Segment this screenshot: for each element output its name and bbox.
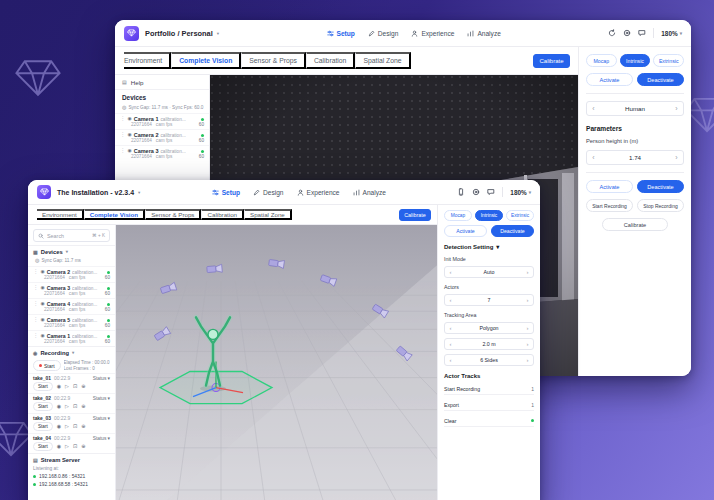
- stepper-prev-icon[interactable]: ‹: [587, 105, 600, 112]
- export-icon[interactable]: ⊡: [73, 444, 77, 449]
- camera-list-item[interactable]: ⋮ ◉ Camera 3 calibration... 22071664 cam…: [28, 282, 115, 298]
- record-button[interactable]: [623, 29, 631, 37]
- stepper-next-icon[interactable]: ›: [670, 105, 683, 112]
- camera-list-item[interactable]: ⋮ ◉ Camera 4 calibration... 22071664 cam…: [28, 298, 115, 314]
- intrinsic-button[interactable]: Intrinsic: [620, 54, 651, 67]
- start-recording-button[interactable]: Start Recording: [586, 199, 633, 212]
- chat-button[interactable]: [487, 188, 495, 196]
- deactivate-button[interactable]: Deactivate: [637, 73, 684, 86]
- drag-handle-icon[interactable]: ⋮: [120, 148, 126, 154]
- track-start-recording[interactable]: Start Recording 1: [444, 383, 534, 395]
- drag-handle-icon[interactable]: ⋮: [33, 269, 39, 275]
- track-export[interactable]: Export 1: [444, 399, 534, 411]
- stepper-next-icon[interactable]: ›: [522, 297, 533, 303]
- drag-handle-icon[interactable]: ⋮: [33, 333, 39, 339]
- nav-experience[interactable]: Experience: [297, 189, 340, 196]
- camera-list-item[interactable]: ⋮ ◉ Camera 1 calibration... 22071664 cam…: [28, 330, 115, 346]
- tab-sensor-props[interactable]: Sensor & Props: [145, 209, 201, 220]
- play-icon[interactable]: ▷: [65, 444, 69, 449]
- tab-spatial-zone[interactable]: Spatial Zone: [244, 209, 292, 220]
- nav-design[interactable]: Design: [368, 30, 399, 37]
- play-icon[interactable]: ▷: [65, 404, 69, 409]
- nav-analyze[interactable]: Analyze: [467, 30, 500, 37]
- search-box[interactable]: ⌘ + K: [33, 229, 110, 242]
- record-icon[interactable]: ◉: [57, 384, 61, 389]
- start-button[interactable]: Start: [33, 360, 61, 371]
- play-icon[interactable]: ▷: [65, 384, 69, 389]
- stepper-next-icon[interactable]: ›: [670, 154, 683, 161]
- activate-button[interactable]: Activate: [586, 73, 633, 86]
- project-title[interactable]: Portfolio / Personal: [145, 29, 213, 38]
- record-icon[interactable]: ◉: [57, 424, 61, 429]
- tab-complete-vision[interactable]: Complete Vision: [171, 52, 241, 68]
- extrinsic-button[interactable]: Extrinsic: [506, 210, 534, 221]
- refresh-button[interactable]: [608, 29, 616, 37]
- activate-button-2[interactable]: Activate: [586, 180, 633, 193]
- stepper-prev-icon[interactable]: ‹: [445, 357, 456, 363]
- camera-list-item[interactable]: ⋮ ◉ Camera 3 calibration... 22071664 cam…: [115, 145, 209, 161]
- camera-list-item[interactable]: ⋮ ◉ Camera 2 calibration... 22071664 cam…: [28, 266, 115, 282]
- take-status[interactable]: Status▾: [93, 415, 110, 421]
- tab-environment[interactable]: Environment: [124, 52, 171, 68]
- drag-handle-icon[interactable]: ⋮: [33, 301, 39, 307]
- nav-design[interactable]: Design: [253, 189, 284, 196]
- take-item[interactable]: take_01 00:22.9 Status▾ Start ◉ ▷ ⊡ ⊕: [28, 373, 115, 393]
- add-icon[interactable]: ⊕: [81, 384, 85, 389]
- stepper-next-icon[interactable]: ›: [522, 341, 533, 347]
- mocap-button[interactable]: Mocap: [586, 54, 617, 67]
- search-input[interactable]: [47, 233, 89, 239]
- take-start-button[interactable]: Start: [33, 442, 53, 451]
- intrinsic-button[interactable]: Intrinsic: [475, 210, 503, 221]
- stop-recording-button[interactable]: Stop Recording: [637, 199, 684, 212]
- stepper-prev-icon[interactable]: ‹: [445, 325, 456, 331]
- help-row[interactable]: ▤ Help: [115, 75, 209, 90]
- take-start-button[interactable]: Start: [33, 382, 53, 391]
- chevron-down-icon[interactable]: ▾: [217, 31, 219, 36]
- stepper-next-icon[interactable]: ›: [522, 269, 533, 275]
- camera-list-item[interactable]: ⋮ ◉ Camera 2 calibration... 22071664 cam…: [115, 129, 209, 145]
- take-status[interactable]: Status▾: [93, 435, 110, 441]
- stepper-prev-icon[interactable]: ‹: [445, 269, 456, 275]
- record-button[interactable]: [472, 188, 480, 196]
- mocap-button[interactable]: Mocap: [444, 210, 472, 221]
- detection-setting-header[interactable]: Detection Setting ▾: [444, 243, 534, 250]
- tab-calibration[interactable]: Calibration: [201, 209, 244, 220]
- calibrate-button[interactable]: Calibrate: [399, 209, 431, 221]
- export-icon[interactable]: ⊡: [73, 404, 77, 409]
- stream-server-header[interactable]: ▤ Stream Server: [28, 453, 115, 465]
- stepper-prev-icon[interactable]: ‹: [445, 341, 456, 347]
- take-status[interactable]: Status▾: [93, 375, 110, 381]
- calibrate-button-panel[interactable]: Calibrate: [602, 218, 668, 231]
- deactivate-button-2[interactable]: Deactivate: [637, 180, 684, 193]
- device-button[interactable]: [457, 188, 465, 196]
- export-icon[interactable]: ⊡: [73, 384, 77, 389]
- add-icon[interactable]: ⊕: [81, 444, 85, 449]
- zoom-control[interactable]: 180%▾: [510, 189, 531, 196]
- track-clear[interactable]: Clear: [444, 415, 534, 427]
- devices-header[interactable]: Devices: [115, 90, 209, 104]
- take-start-button[interactable]: Start: [33, 402, 53, 411]
- project-title[interactable]: The Installation - v2.3.4: [57, 189, 134, 196]
- activate-button[interactable]: Activate: [444, 225, 487, 237]
- tab-spatial-zone[interactable]: Spatial Zone: [355, 52, 410, 68]
- take-start-button[interactable]: Start: [33, 422, 53, 431]
- drag-handle-icon[interactable]: ⋮: [120, 132, 126, 138]
- take-status[interactable]: Status▾: [93, 395, 110, 401]
- stepper-prev-icon[interactable]: ‹: [445, 297, 456, 303]
- export-icon[interactable]: ⊡: [73, 424, 77, 429]
- app-logo[interactable]: [124, 26, 139, 41]
- app-logo[interactable]: [37, 185, 51, 199]
- nav-setup[interactable]: Setup: [327, 30, 355, 37]
- calibrate-button[interactable]: Calibrate: [533, 54, 570, 68]
- take-item[interactable]: take_04 00:22.9 Status▾ Start ◉ ▷ ⊡ ⊕: [28, 433, 115, 453]
- nav-experience[interactable]: Experience: [411, 30, 454, 37]
- camera-list-item[interactable]: ⋮ ◉ Camera 1 calibration... 22071664 cam…: [115, 113, 209, 129]
- extrinsic-button[interactable]: Extrinsic: [653, 54, 684, 67]
- chat-button[interactable]: [638, 29, 646, 37]
- drag-handle-icon[interactable]: ⋮: [33, 317, 39, 323]
- viewport-3d[interactable]: [116, 225, 437, 500]
- nav-setup[interactable]: Setup: [212, 189, 240, 196]
- recording-header[interactable]: ◉ Recording ▾: [28, 346, 115, 358]
- add-icon[interactable]: ⊕: [81, 424, 85, 429]
- deactivate-button[interactable]: Deactivate: [491, 225, 534, 237]
